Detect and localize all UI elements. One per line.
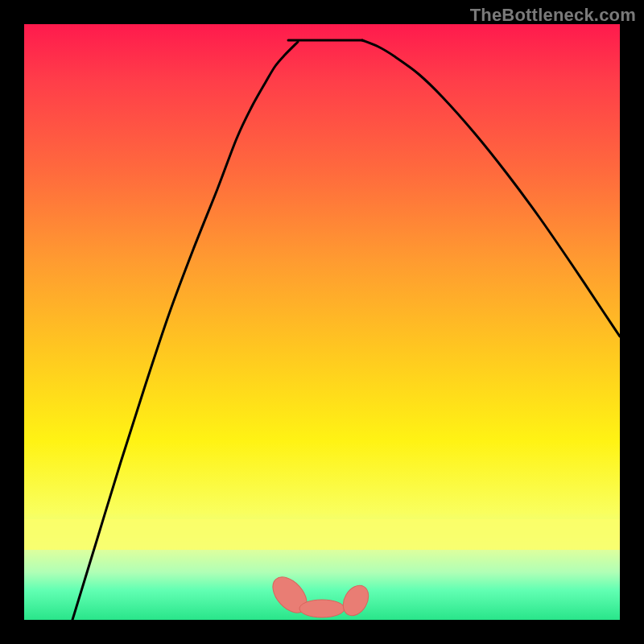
source-attribution: TheBottleneck.com	[470, 5, 636, 26]
flat-marker	[338, 581, 374, 620]
flat-markers-group	[266, 571, 374, 620]
bottleneck-curve-chart	[24, 24, 620, 620]
curve-left-branch	[72, 42, 298, 620]
flat-marker	[299, 600, 345, 617]
curve-right-branch	[362, 40, 620, 336]
